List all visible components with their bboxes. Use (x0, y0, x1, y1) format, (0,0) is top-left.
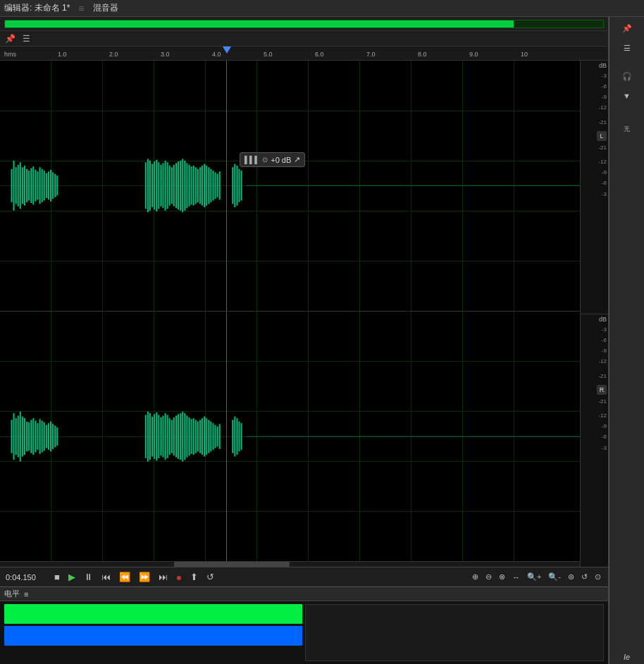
vu-bot-12b: -12 (598, 413, 607, 419)
zoom-in[interactable]: 🔍+ (526, 572, 543, 582)
zoom-norm[interactable]: ⊛ (566, 572, 576, 582)
sidebar-headphone-btn[interactable]: 🎧 (619, 68, 636, 85)
vu-top-21: -21 (598, 120, 607, 125)
transport-time: 0:04.150 (6, 573, 48, 582)
level-content (0, 601, 608, 664)
channel-top[interactable]: ▌▌▌ ⊙ +0 dB ↗ (0, 61, 580, 312)
svg-rect-108 (195, 419, 197, 453)
main-container: 📌 ☰ hms 1.0 2.0 3.0 4.0 5.0 6.0 7.0 8.0 … (0, 17, 644, 664)
stop-button[interactable]: ■ (52, 570, 62, 584)
zoom-all[interactable]: ↔ (511, 572, 521, 582)
svg-rect-46 (197, 169, 199, 202)
ruler-label-1: 1.0 (58, 51, 67, 58)
menu-bar: 编辑器: 未命名 1* ≡ 混音器 (0, 0, 644, 17)
loop-button[interactable]: ↺ (204, 570, 216, 584)
svg-rect-81 (50, 421, 51, 451)
menu-mixer[interactable]: 混音器 (93, 2, 118, 14)
level-header: 电平 ≡ (0, 587, 608, 601)
ruler-label-7: 7.0 (366, 51, 376, 58)
svg-rect-51 (208, 167, 209, 204)
ff-button[interactable]: ⏩ (137, 570, 152, 584)
channel-R-badge[interactable]: R (597, 385, 607, 395)
h-scrollbar-thumb[interactable] (174, 562, 290, 567)
svg-rect-32 (167, 162, 168, 209)
level-bar-R (4, 626, 302, 646)
svg-rect-88 (151, 416, 153, 456)
svg-rect-34 (171, 167, 173, 204)
sidebar-menu-btn[interactable]: ☰ (619, 39, 636, 56)
svg-rect-75 (37, 423, 38, 450)
sidebar-filter-btn[interactable]: ▼ (619, 87, 636, 104)
svg-rect-41 (186, 163, 187, 208)
svg-rect-0 (11, 169, 12, 202)
zoom-reset[interactable]: ↺ (580, 572, 589, 582)
pause-button[interactable]: ⏸ (82, 570, 95, 584)
svg-rect-19 (52, 172, 54, 199)
svg-rect-103 (184, 413, 185, 460)
svg-rect-100 (178, 414, 179, 459)
svg-rect-39 (182, 159, 183, 212)
menu-button[interactable]: ☰ (20, 33, 32, 44)
svg-rect-63 (11, 419, 12, 453)
level-menu-icon[interactable]: ≡ (24, 590, 28, 598)
svg-rect-90 (156, 412, 157, 460)
channel-bottom[interactable] (0, 312, 580, 562)
svg-rect-110 (199, 419, 201, 453)
tooltip-expand[interactable]: ↗ (294, 155, 300, 164)
svg-rect-56 (219, 171, 221, 199)
svg-rect-115 (210, 421, 211, 451)
play-button[interactable]: ▶ (66, 570, 78, 584)
svg-rect-112 (204, 416, 205, 456)
svg-rect-17 (48, 171, 49, 199)
rewind-button[interactable]: ⏪ (117, 570, 132, 584)
svg-rect-120 (232, 419, 233, 453)
sidebar-pin-btn[interactable]: 📌 (619, 20, 636, 37)
svg-rect-85 (145, 414, 147, 457)
svg-rect-76 (39, 419, 41, 454)
skip-end-button[interactable]: ⏭ (156, 570, 170, 584)
vu-bot-9b: -9 (602, 424, 607, 429)
ruler-label-9: 9.0 (469, 51, 478, 58)
h-scrollbar[interactable] (0, 561, 580, 567)
channel-L-badge[interactable]: L (597, 131, 607, 141)
svg-rect-104 (186, 415, 187, 457)
vu-bottom: dB -3 -6 -9 -12 -21 -∞ -21 -12 -9 -6 -3 … (581, 314, 608, 567)
record-button[interactable]: ● (174, 570, 184, 584)
zoom-fit-out[interactable]: ⊖ (484, 572, 493, 582)
svg-rect-28 (158, 162, 159, 209)
ruler-label-2: 2.0 (109, 51, 118, 58)
export-button[interactable]: ⬆ (188, 570, 200, 584)
svg-rect-55 (217, 174, 218, 197)
svg-rect-121 (234, 416, 235, 456)
progress-bar-container (0, 17, 608, 31)
svg-rect-79 (46, 424, 47, 448)
svg-rect-70 (26, 421, 27, 451)
level-bars-right (305, 604, 605, 661)
svg-rect-30 (162, 163, 163, 208)
waveform-section: ▌▌▌ ⊙ +0 dB ↗ (0, 61, 608, 567)
svg-rect-116 (212, 423, 213, 450)
menu-editor[interactable]: 编辑器: 未命名 1* (4, 2, 70, 14)
pin-button[interactable]: 📌 (3, 33, 18, 44)
playhead[interactable] (223, 47, 231, 54)
zoom-fit-in[interactable]: ⊕ (471, 572, 480, 582)
menu-sep: ≡ (78, 3, 84, 14)
svg-rect-77 (42, 420, 43, 452)
progress-bar-track[interactable] (4, 20, 604, 28)
svg-rect-31 (165, 161, 166, 211)
vu-bot-6b: -6 (602, 434, 607, 440)
zoom-out[interactable]: 🔍- (547, 572, 562, 582)
svg-rect-43 (191, 166, 192, 204)
zoom-sel[interactable]: ⊗ (497, 572, 507, 582)
svg-rect-111 (202, 418, 203, 455)
vu-top-title: dB (599, 62, 607, 69)
svg-rect-69 (24, 418, 25, 455)
svg-rect-59 (236, 166, 237, 206)
svg-rect-87 (149, 413, 151, 460)
svg-rect-80 (48, 423, 49, 450)
svg-rect-6 (24, 166, 25, 206)
svg-rect-66 (18, 415, 19, 457)
zoom-fit[interactable]: ⊙ (593, 572, 602, 582)
skip-start-button[interactable]: ⏮ (99, 570, 113, 584)
svg-rect-114 (208, 419, 209, 453)
